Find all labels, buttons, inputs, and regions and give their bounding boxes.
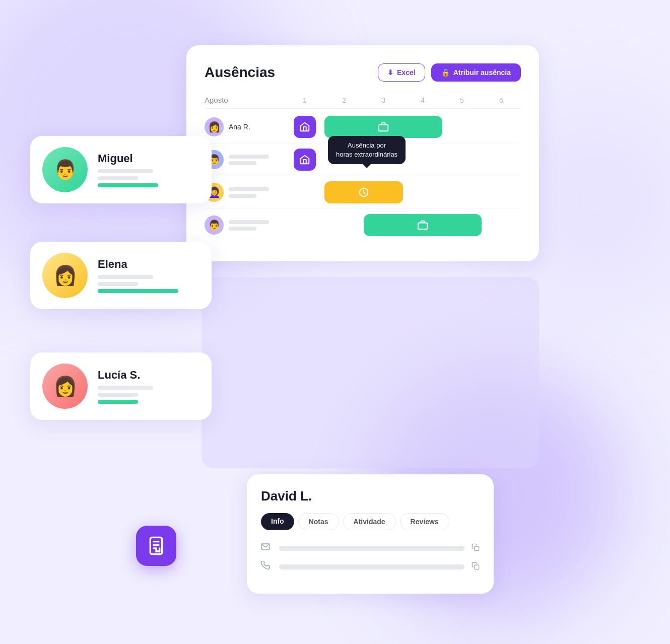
ausencias-card: Ausências ⬇ Excel 🔒 Atribuir ausência Ag…: [186, 45, 539, 261]
tooltip-container: Ausência por horas extraordinárias: [328, 136, 406, 164]
cal-avatar-4: 👨: [205, 216, 224, 235]
tab-info[interactable]: Info: [261, 513, 294, 530]
face-miguel: 👨: [42, 147, 88, 192]
line-miguel-2: [98, 176, 138, 180]
cal-day-2: 2: [324, 96, 364, 104]
avatar-elena: 👩: [42, 253, 88, 298]
svg-rect-2: [418, 223, 427, 229]
cal-day-6: 6: [482, 96, 521, 104]
cal-day-5: 5: [442, 96, 482, 104]
cal-cell-4-green: [364, 214, 482, 236]
face-elena: 👩: [42, 253, 88, 298]
email-icon: [261, 542, 272, 554]
atribuir-ausencia-button[interactable]: 🔒 Atribuir ausência: [431, 63, 521, 82]
calendar-row-4: 👨: [205, 209, 521, 241]
face-lucia: 👩: [42, 364, 88, 409]
phone-field-line: [279, 564, 464, 569]
svg-rect-0: [379, 124, 388, 131]
info-miguel: Miguel: [98, 152, 199, 187]
calendar-header: Agosto 1 2 3 4 5 6: [205, 96, 521, 109]
shadow-card: [202, 277, 539, 468]
tab-atividade[interactable]: Atividade: [343, 513, 396, 530]
svg-rect-9: [475, 565, 479, 569]
excel-button[interactable]: ⬇ Excel: [378, 63, 425, 82]
ausencias-title: Ausências: [205, 64, 275, 81]
calendar-month: Agosto: [205, 96, 285, 104]
calendar-row-2: 👨 Ausência por horas extraordinárias: [205, 144, 521, 176]
cal-cell-2-1: [285, 149, 324, 171]
cal-person-2: 👨: [205, 150, 285, 169]
line-lucia-2: [98, 393, 138, 397]
name-line-3a: [229, 187, 269, 191]
cal-person-3: 👩‍🦱: [205, 183, 285, 202]
tab-notas[interactable]: Notas: [298, 513, 339, 530]
line-elena-1: [98, 275, 153, 279]
cal-day-1: 1: [285, 96, 324, 104]
ausencias-header: Ausências ⬇ Excel 🔒 Atribuir ausência: [205, 63, 521, 82]
cal-cell-3-yellow: [324, 181, 403, 203]
tooltip-arrow: [363, 164, 371, 168]
name-elena: Elena: [98, 258, 199, 271]
avatar-face-1: 👩: [205, 117, 224, 136]
home-icon-purple: [294, 116, 316, 138]
floating-report-icon[interactable]: [136, 526, 176, 566]
progress-elena: [98, 289, 178, 293]
ausencias-actions: ⬇ Excel 🔒 Atribuir ausência: [378, 63, 521, 82]
tooltip-bubble: Ausência por horas extraordinárias: [328, 136, 406, 164]
tab-reviews[interactable]: Reviews: [400, 513, 449, 530]
phone-copy-icon[interactable]: [472, 562, 480, 572]
tooltip-line1: Ausência por: [336, 141, 397, 150]
david-title: David L.: [261, 488, 480, 504]
line-elena-2: [98, 282, 138, 286]
cal-day-3: 3: [364, 96, 403, 104]
tooltip-line2: horas extraordinárias: [336, 150, 397, 159]
progress-miguel: [98, 183, 158, 187]
email-field-line: [279, 546, 464, 551]
cal-person-1: 👩 Ana R.: [205, 117, 285, 136]
name-miguel: Miguel: [98, 152, 199, 165]
person-card-lucia: 👩 Lucía S.: [30, 352, 212, 420]
email-copy-icon[interactable]: [472, 543, 480, 553]
name-line-4a: [229, 220, 269, 224]
avatar-miguel: 👨: [42, 147, 88, 192]
cal-cell-1-green: [324, 116, 442, 138]
home-icon-purple-2: [294, 149, 316, 171]
line-lucia-1: [98, 386, 153, 390]
avatar-lucia: 👩: [42, 364, 88, 409]
david-phone-row: [261, 561, 480, 573]
person-card-elena: 👩 Elena: [30, 242, 212, 309]
green-bar-1: [324, 116, 442, 138]
person-card-miguel: 👨 Miguel: [30, 136, 212, 203]
phone-icon: [261, 561, 272, 573]
name-line-4b: [229, 227, 256, 231]
david-email-row: [261, 542, 480, 554]
download-icon: ⬇: [387, 68, 393, 77]
david-card: David L. Info Notas Atividade Reviews: [247, 474, 494, 594]
name-line-3b: [229, 194, 256, 198]
calendar-row-3: 👩‍🦱: [205, 176, 521, 209]
green-bar-4: [364, 214, 482, 236]
david-tabs: Info Notas Atividade Reviews: [261, 513, 480, 530]
cal-name-1: Ana R.: [229, 123, 250, 131]
name-line-2b: [229, 161, 256, 165]
clipboard-icon: 🔒: [441, 68, 450, 77]
cal-day-4: 4: [403, 96, 442, 104]
cal-avatar-1: 👩: [205, 117, 224, 136]
info-lucia: Lucía S.: [98, 369, 199, 404]
svg-rect-8: [475, 546, 479, 551]
avatar-face-4: 👨: [205, 216, 224, 235]
progress-lucia: [98, 400, 138, 404]
name-line-2a: [229, 155, 269, 159]
yellow-bar-3: [324, 181, 403, 203]
cal-cell-1-1: [285, 116, 324, 138]
name-lucia: Lucía S.: [98, 369, 199, 382]
info-elena: Elena: [98, 258, 199, 293]
line-miguel-1: [98, 169, 153, 173]
cal-person-4: 👨: [205, 216, 285, 235]
